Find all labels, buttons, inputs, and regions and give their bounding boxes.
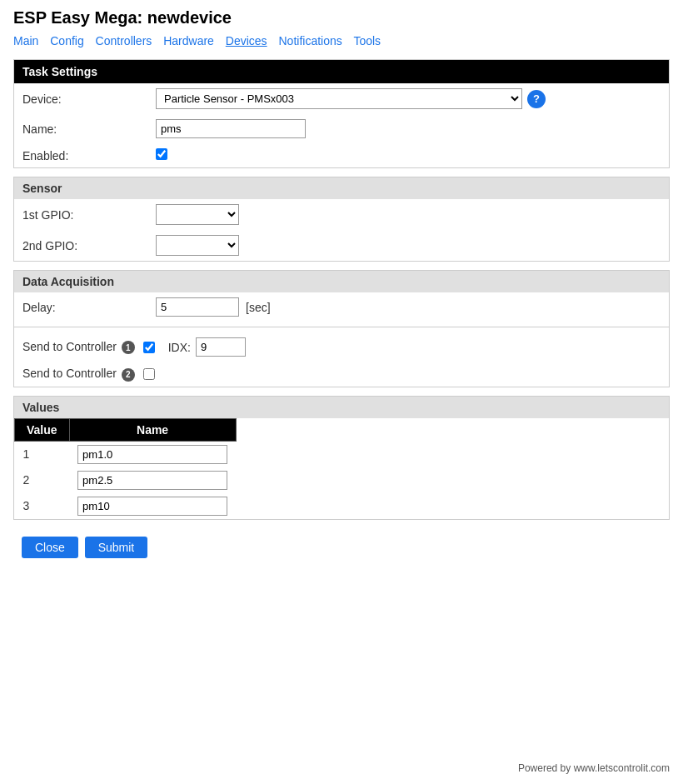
row-value: 1 bbox=[15, 441, 70, 467]
values-table-header-row: Value Name bbox=[15, 418, 237, 441]
col-value-header: Value bbox=[15, 418, 70, 441]
delay-row: Delay: [sec] bbox=[14, 292, 669, 322]
help-button[interactable]: ? bbox=[527, 90, 546, 108]
data-acquisition-table: Delay: [sec] bbox=[14, 292, 669, 322]
nav-main[interactable]: Main bbox=[13, 34, 38, 47]
gpio2-cell bbox=[147, 230, 669, 261]
delay-input[interactable] bbox=[156, 297, 239, 317]
nav-hardware[interactable]: Hardware bbox=[163, 34, 214, 47]
enabled-cell bbox=[147, 143, 669, 167]
values-header: Values bbox=[14, 397, 669, 418]
sensor-section: Sensor 1st GPIO: 2nd GPIO: bbox=[13, 177, 670, 262]
table-row: 2 bbox=[15, 467, 237, 493]
row-name-input[interactable] bbox=[77, 497, 227, 516]
row-value: 3 bbox=[15, 493, 70, 519]
send-controller-2-label: Send to Controller 2 bbox=[22, 367, 135, 382]
page-title: ESP Easy Mega: newdevice bbox=[13, 8, 670, 27]
data-acquisition-section: Data Acquisition Delay: [sec] Send to Co… bbox=[13, 270, 670, 387]
send-controller-2-row: Send to Controller 2 bbox=[14, 362, 669, 387]
divider bbox=[14, 327, 669, 327]
device-cell: Particle Sensor - PMSx003 ? bbox=[147, 83, 669, 114]
data-acquisition-header: Data Acquisition bbox=[14, 271, 669, 292]
delay-unit: [sec] bbox=[246, 301, 271, 314]
nav-controllers[interactable]: Controllers bbox=[96, 34, 152, 47]
gpio1-label: 1st GPIO: bbox=[14, 199, 147, 230]
enabled-row: Enabled: bbox=[14, 143, 669, 167]
row-name-input[interactable] bbox=[77, 471, 227, 490]
device-label: Device: bbox=[14, 83, 147, 114]
controller-2-info-icon: 2 bbox=[122, 368, 135, 382]
delay-label: Delay: bbox=[14, 292, 147, 322]
idx-label: IDX: bbox=[168, 341, 191, 354]
sensor-header: Sensor bbox=[14, 177, 669, 199]
send-controller-1-label: Send to Controller 1 bbox=[22, 340, 135, 355]
submit-button[interactable]: Submit bbox=[85, 537, 148, 558]
col-name-header: Name bbox=[69, 418, 236, 441]
nav-notifications[interactable]: Notifications bbox=[278, 34, 342, 47]
close-button[interactable]: Close bbox=[22, 537, 78, 558]
row-name-cell bbox=[69, 493, 236, 519]
button-row: Close Submit bbox=[13, 528, 670, 567]
enabled-label: Enabled: bbox=[14, 143, 147, 167]
table-row: 3 bbox=[15, 493, 237, 519]
device-row: Device: Particle Sensor - PMSx003 ? bbox=[14, 83, 669, 114]
controller-1-info-icon: 1 bbox=[122, 341, 135, 354]
send-controller-1-row: Send to Controller 1 IDX: bbox=[14, 332, 669, 362]
row-name-cell bbox=[69, 467, 236, 493]
sensor-table: 1st GPIO: 2nd GPIO: bbox=[14, 199, 669, 261]
idx-input[interactable] bbox=[196, 337, 246, 357]
name-cell bbox=[147, 114, 669, 143]
task-settings-header: Task Settings bbox=[14, 60, 669, 83]
gpio2-select[interactable] bbox=[156, 235, 239, 256]
gpio2-row: 2nd GPIO: bbox=[14, 230, 669, 261]
main-nav: Main Config Controllers Hardware Devices… bbox=[13, 34, 670, 47]
task-settings-table: Device: Particle Sensor - PMSx003 ? Name… bbox=[14, 83, 669, 167]
name-label: Name: bbox=[14, 114, 147, 143]
row-name-input[interactable] bbox=[77, 445, 227, 464]
gpio1-row: 1st GPIO: bbox=[14, 199, 669, 230]
values-section: Values Value Name 123 bbox=[13, 396, 670, 520]
footer-text: Powered by www.letscontrolit.com bbox=[518, 762, 670, 774]
gpio2-label: 2nd GPIO: bbox=[14, 230, 147, 261]
name-input[interactable] bbox=[156, 119, 306, 138]
delay-cell: [sec] bbox=[147, 292, 669, 322]
row-value: 2 bbox=[15, 467, 70, 493]
footer: Powered by www.letscontrolit.com bbox=[518, 762, 670, 774]
nav-tools[interactable]: Tools bbox=[353, 34, 381, 47]
values-table: Value Name 123 bbox=[14, 418, 237, 519]
nav-config[interactable]: Config bbox=[50, 34, 83, 47]
task-settings-section: Task Settings Device: Particle Sensor - … bbox=[13, 59, 670, 168]
enabled-checkbox[interactable] bbox=[156, 148, 167, 160]
gpio1-cell bbox=[147, 199, 669, 230]
table-row: 1 bbox=[15, 441, 237, 467]
row-name-cell bbox=[69, 441, 236, 467]
send-controller-2-checkbox[interactable] bbox=[143, 368, 155, 380]
name-row: Name: bbox=[14, 114, 669, 143]
device-select[interactable]: Particle Sensor - PMSx003 bbox=[156, 88, 522, 109]
send-controller-1-checkbox[interactable] bbox=[143, 342, 155, 353]
nav-devices[interactable]: Devices bbox=[226, 34, 267, 47]
gpio1-select[interactable] bbox=[156, 204, 239, 225]
